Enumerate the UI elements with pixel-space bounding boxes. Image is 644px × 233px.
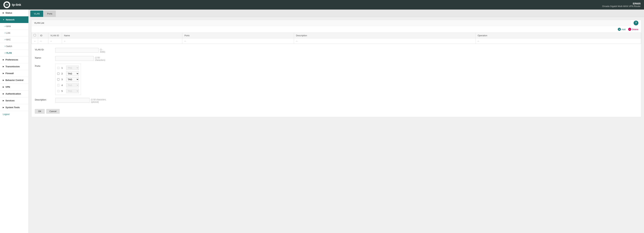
sidebar-label-authentication: Authentication <box>6 92 21 95</box>
chevron-right-icon-bc: ▶ <box>3 79 4 81</box>
logo-text: tp-link <box>12 3 21 7</box>
port-row-2: 2 TAG UNTAG <box>57 71 79 76</box>
chevron-right-icon-pref: ▶ <box>3 59 4 61</box>
sidebar-item-firewall[interactable]: ▶ Firewall <box>0 70 28 77</box>
port-4-label: 4 <box>62 84 65 86</box>
tab-ports[interactable]: Ports <box>44 10 56 17</box>
chevron-right-icon-svc: ▶ <box>3 100 4 102</box>
port-row-1: 1 TAG <box>57 66 79 70</box>
port-4-checkbox[interactable] <box>57 84 60 86</box>
chevron-right-icon-fw: ▶ <box>3 72 4 74</box>
col-header-checkbox <box>32 33 38 38</box>
ports-label: Ports: <box>35 64 55 67</box>
vlan-id-hint: (1-4094) <box>100 47 106 53</box>
vlan-form: VLAN ID: (1-4094) Name: (1-50 ch <box>32 44 641 107</box>
port-3-label: 3 <box>62 78 65 81</box>
sidebar-label-mac: MAC <box>6 38 11 41</box>
sidebar-item-vpn[interactable]: ▶ VPN <box>0 84 28 90</box>
sidebar-item-services[interactable]: ▶ Services <box>0 97 28 104</box>
sidebar-item-lan[interactable]: LAN <box>0 30 28 36</box>
logout-item[interactable]: Logout <box>0 111 28 118</box>
main-layout: ▶ Status ▼ Network WAN LAN MAC Switch VL… <box>0 10 644 233</box>
device-subtitle: Omada Gigabit Multi-WAN VPN Router <box>602 5 640 8</box>
sidebar-item-wan[interactable]: WAN <box>0 23 28 30</box>
tab-bar: VLAN Ports <box>28 10 644 17</box>
chevron-right-icon-st: ▶ <box>3 106 4 108</box>
port-1-label: 1 <box>62 66 65 69</box>
cancel-button[interactable]: Cancel <box>46 109 60 114</box>
description-label: Description: <box>35 98 55 101</box>
add-label: Add <box>622 28 626 31</box>
ports-box: 1 TAG 2 TAG UNTAG <box>55 64 81 95</box>
description-control: (1-50 characters, optional) <box>55 98 106 103</box>
content-area: VLAN Ports VLAN List ? + Add <box>28 10 644 233</box>
sidebar-label-status: Status <box>6 12 12 14</box>
row-description-cell: -- <box>294 38 476 44</box>
vlan-id-input[interactable] <box>55 48 98 53</box>
port-1-checkbox[interactable] <box>57 67 60 69</box>
sidebar-label-preferences: Preferences <box>6 58 18 61</box>
sidebar-item-behavior-control[interactable]: ▶ Behavior Control <box>0 77 28 84</box>
header: TP tp-link ER605 Omada Gigabit Multi-WAN… <box>0 0 644 10</box>
toolbar: + Add − Delete <box>32 26 641 32</box>
name-input[interactable] <box>55 56 94 61</box>
row-name-cell: -- <box>62 38 182 44</box>
port-3-select[interactable]: TAG UNTAG <box>66 77 79 82</box>
device-info: ER605 Omada Gigabit Multi-WAN VPN Router <box>602 2 640 8</box>
table-row: -- -- -- -- -- <box>32 38 641 44</box>
delete-icon: − <box>628 28 631 31</box>
sidebar-item-network[interactable]: ▼ Network <box>0 16 28 23</box>
row-operation-cell: -- <box>476 38 641 44</box>
ports-row: Ports: 1 TAG 2 <box>35 64 638 95</box>
row-ports-cell: -- <box>182 38 294 44</box>
name-label: Name: <box>35 56 55 59</box>
row-id-cell: -- <box>38 38 48 44</box>
col-header-ports: Ports <box>182 33 294 38</box>
sidebar: ▶ Status ▼ Network WAN LAN MAC Switch VL… <box>0 10 28 233</box>
sidebar-item-transmission[interactable]: ▶ Transmission <box>0 63 28 70</box>
port-row-3: 3 TAG UNTAG <box>57 77 79 82</box>
panel-title: VLAN List <box>34 22 44 24</box>
tab-vlan[interactable]: VLAN <box>30 10 43 17</box>
svg-text:TP: TP <box>6 4 8 6</box>
sidebar-label-transmission: Transmission <box>6 65 20 68</box>
name-hint: (1-50 characters) <box>95 56 106 61</box>
chevron-right-icon-trans: ▶ <box>3 66 4 68</box>
sidebar-label-network: Network <box>6 18 14 21</box>
sidebar-item-system-tools[interactable]: ▶ System Tools <box>0 104 28 111</box>
sidebar-label-vpn: VPN <box>6 86 10 88</box>
sidebar-item-vlan[interactable]: VLAN <box>0 50 28 56</box>
sidebar-item-authentication[interactable]: ▶ Authentication <box>0 90 28 97</box>
row-vlanid-cell: -- <box>48 38 62 44</box>
name-row: Name: (1-50 characters) <box>35 56 638 61</box>
col-header-id: ID <box>38 33 48 38</box>
vlan-id-label: VLAN ID: <box>35 47 55 51</box>
sidebar-item-preferences[interactable]: ▶ Preferences <box>0 56 28 63</box>
sidebar-label-vlan: VLAN <box>6 52 12 54</box>
sidebar-item-mac[interactable]: MAC <box>0 36 28 43</box>
row-checkbox-cell: -- <box>32 38 38 44</box>
col-header-description: Description <box>294 33 476 38</box>
description-input[interactable] <box>55 98 90 103</box>
add-button[interactable]: + Add <box>618 28 626 31</box>
sidebar-label-wan: WAN <box>6 25 11 28</box>
help-icon[interactable]: ? <box>634 20 638 26</box>
sidebar-item-switch[interactable]: Switch <box>0 43 28 50</box>
device-model: ER605 <box>602 2 640 5</box>
select-all-checkbox[interactable] <box>34 34 36 36</box>
port-3-checkbox[interactable] <box>57 78 60 80</box>
logo-icon: TP <box>4 1 10 8</box>
col-header-vlanid: VLAN ID <box>48 33 62 38</box>
logout-label: Logout <box>3 113 10 116</box>
port-5-checkbox[interactable] <box>57 90 60 92</box>
port-2-select[interactable]: TAG UNTAG <box>66 71 79 76</box>
sidebar-item-status[interactable]: ▶ Status <box>0 10 28 16</box>
vlan-panel: VLAN List ? + Add − Delete <box>31 20 641 117</box>
port-2-checkbox[interactable] <box>57 72 60 75</box>
ok-button[interactable]: OK <box>35 109 44 114</box>
panel-header: VLAN List <box>32 20 631 26</box>
vlan-id-control: (1-4094) <box>55 47 106 53</box>
delete-button[interactable]: − Delete <box>628 28 638 31</box>
port-2-label: 2 <box>62 72 65 75</box>
form-buttons: OK Cancel <box>32 107 641 117</box>
